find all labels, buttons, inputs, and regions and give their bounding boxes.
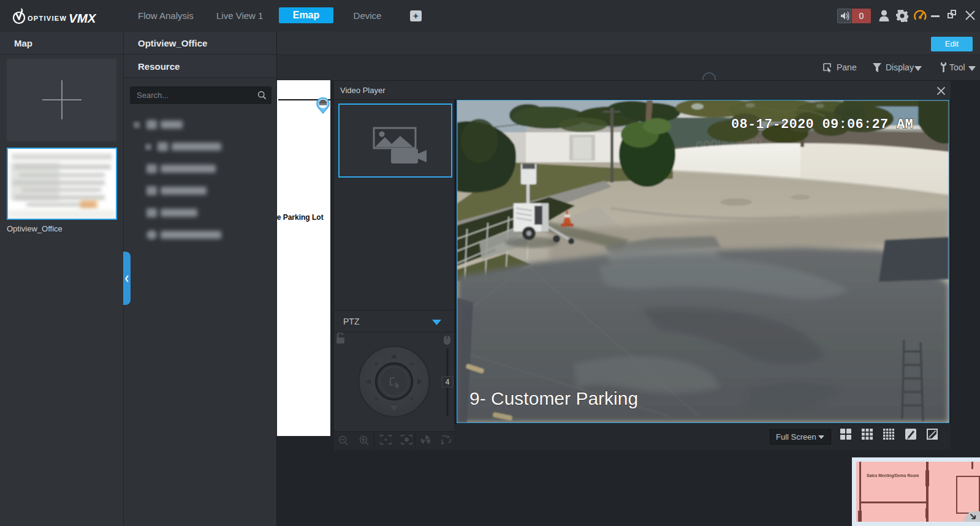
svg-text:VMX: VMX: [69, 11, 97, 25]
svg-text:4: 4: [446, 378, 450, 386]
svg-text:9- Customer Parking: 9- Customer Parking: [469, 388, 638, 408]
svg-text:OPTIVIEW: OPTIVIEW: [28, 15, 67, 22]
svg-text:08-17-2020 09:06:27 AM: 08-17-2020 09:06:27 AM: [731, 117, 913, 132]
